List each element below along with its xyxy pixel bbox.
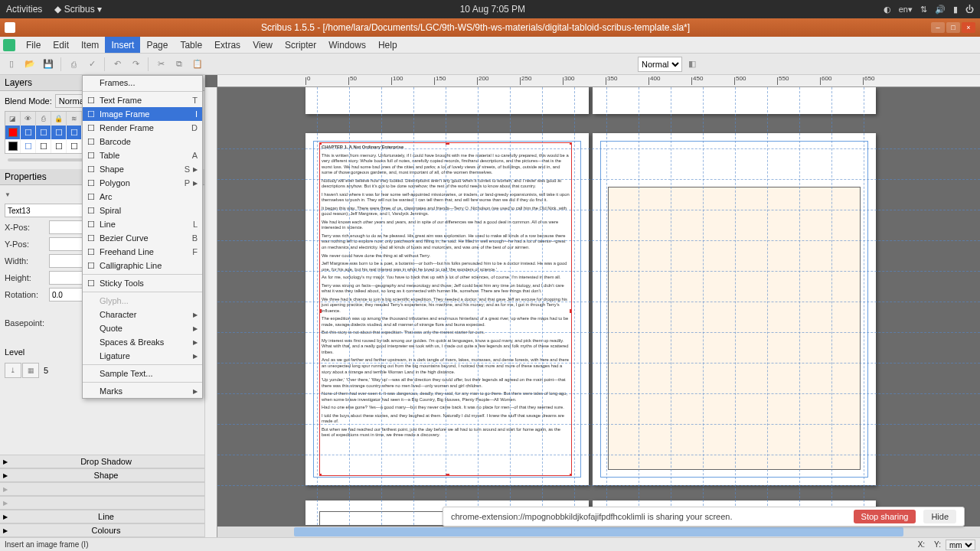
page-prev-left[interactable] [305, 87, 589, 114]
menu-file[interactable]: File [20, 37, 47, 53]
tool-preflight[interactable]: ✓ [83, 56, 100, 73]
menu-item[interactable]: Item [75, 37, 105, 53]
maximize-button[interactable]: □ [946, 22, 960, 33]
status-y-label: Y: [934, 540, 941, 549]
section-drop-shadow[interactable]: ▶Drop Shadow [0, 455, 204, 468]
xpos-label: X-Pos: [5, 223, 46, 232]
menu-freehand[interactable]: ☐Freehand LineF [83, 245, 202, 259]
window-title: Scribus 1.5.5 - [/home/lara/Documents/LG… [20, 22, 931, 33]
accessibility-icon[interactable]: ◐ [884, 5, 891, 15]
menu-extras[interactable]: Extras [208, 37, 247, 53]
section-colours[interactable]: ▶Colours [0, 523, 204, 537]
menu-bezier[interactable]: ☐Bezier CurveB [83, 231, 202, 245]
menu-calligraphic[interactable]: ☐Calligraphic Line [83, 259, 202, 272]
page-left[interactable]: CHAPTER 1. A Not Ordinary EnterpriseThis… [305, 133, 589, 485]
menu-barcode[interactable]: ☐Barcode [83, 135, 202, 148]
col-print: ⎙ [36, 112, 51, 126]
tool-open[interactable]: 📂 [21, 56, 38, 73]
empty-frame[interactable] [608, 187, 861, 470]
col-flow: ≋ [67, 112, 82, 126]
menu-view[interactable]: View [247, 37, 279, 53]
menu-scripter[interactable]: Scripter [279, 37, 322, 53]
status-x-label: X: [918, 540, 925, 549]
tool-cut[interactable]: ✂ [152, 56, 169, 73]
menu-help[interactable]: Help [372, 37, 403, 53]
menu-text-frame[interactable]: ☐Text FrameT [83, 93, 202, 107]
menu-frames[interactable]: Frames... [83, 76, 202, 90]
status-hint: Insert an image frame (I) [5, 540, 88, 549]
canvas-area[interactable]: 050100150200250300350400450500550600650 … [205, 75, 980, 537]
tool-redo[interactable]: ↷ [127, 56, 144, 73]
menu-ligature[interactable]: Ligature▶ [83, 349, 202, 363]
screen-share-banner: chrome-extension://mpognobbkildjkofajifp… [443, 507, 965, 527]
unit-select[interactable]: mm [946, 540, 975, 550]
app-icon [5, 22, 15, 33]
menu-quote[interactable]: Quote▶ [83, 321, 202, 335]
menu-sticky-tools[interactable]: ☐Sticky Tools [83, 276, 202, 290]
menu-page[interactable]: Page [140, 37, 174, 53]
scribus-icon [3, 39, 15, 51]
menu-character[interactable]: Character▶ [83, 308, 202, 321]
language-indicator[interactable]: en▾ [899, 5, 913, 15]
menu-image-frame[interactable]: ☐Image FrameI [83, 107, 202, 121]
scrollbar-horizontal[interactable] [217, 527, 980, 537]
power-icon[interactable]: ⏻ [965, 5, 974, 14]
window-titlebar: Scribus 1.5.5 - [/home/lara/Documents/LG… [0, 18, 980, 37]
col-visible: 👁 [21, 112, 36, 126]
level-value: 5 [44, 366, 48, 375]
network-icon[interactable]: ⇅ [920, 5, 927, 15]
menu-edit[interactable]: Edit [47, 37, 75, 53]
tool-color-mgmt[interactable]: ◧ [684, 56, 701, 73]
activities-button[interactable]: Activities [6, 4, 42, 15]
width-label: Width: [5, 256, 46, 266]
rotation-label: Rotation: [5, 290, 46, 299]
height-label: Height: [5, 273, 46, 282]
tool-new[interactable]: ▯ [3, 56, 20, 73]
stop-sharing-button[interactable]: Stop sharing [854, 510, 916, 523]
main-toolbar: ▯ 📂 💾 ⎙ ✓ ↶ ↷ ✂ ⧉ 📋 Normal ◧ [0, 54, 980, 75]
page-prev-right[interactable] [593, 87, 876, 114]
menu-spiral[interactable]: ☐Spiral [83, 204, 202, 217]
level-bottom[interactable]: ⤓ [5, 363, 21, 378]
section-shape[interactable]: ▶Shape [0, 468, 204, 482]
section-line[interactable]: ▶Line [0, 510, 204, 523]
menu-shape[interactable]: ☐ShapeS▶ [83, 162, 202, 176]
tool-paste[interactable]: 📋 [189, 56, 206, 73]
section-disabled2: ▶ [0, 496, 204, 510]
section-disabled1: ▶ [0, 482, 204, 496]
menu-spaces[interactable]: Spaces & Breaks▶ [83, 335, 202, 349]
page-right[interactable] [593, 133, 876, 485]
volume-icon[interactable]: 🔊 [935, 5, 946, 15]
ypos-label: Y-Pos: [5, 240, 46, 249]
clock[interactable]: 10 Aug 7:05 PM [102, 4, 884, 15]
status-bar: Insert an image frame (I) X: Y: mm [0, 537, 980, 551]
menu-table[interactable]: Table [174, 37, 208, 53]
banner-message: chrome-extension://mpognobbkildjkofajifp… [451, 512, 846, 521]
battery-icon[interactable]: ▮ [953, 5, 958, 15]
menu-polygon[interactable]: ☐PolygonP▶ [83, 176, 202, 190]
tool-undo[interactable]: ↶ [109, 56, 126, 73]
menu-table[interactable]: ☐TableA [83, 148, 202, 162]
menu-marks[interactable]: Marks▶ [83, 384, 202, 398]
col-lock: 🔒 [51, 112, 67, 126]
hide-banner-button[interactable]: Hide [923, 510, 956, 523]
ruler-horizontal: 050100150200250300350400450500550600650 [217, 75, 980, 87]
level-group[interactable]: ▦ [22, 363, 39, 378]
menu-bar: File Edit Item Insert Page Table Extras … [0, 37, 980, 54]
menu-line[interactable]: ☐LineL [83, 217, 202, 231]
menu-render-frame[interactable]: ☐Render FrameD [83, 121, 202, 135]
display-mode-select[interactable]: Normal [638, 57, 682, 72]
menu-arc[interactable]: ☐Arc [83, 190, 202, 204]
menu-insert[interactable]: Insert [105, 37, 140, 53]
tool-copy[interactable]: ⧉ [171, 56, 188, 73]
menu-windows[interactable]: Windows [322, 37, 372, 53]
app-menu[interactable]: ◆ Scribus ▾ [54, 4, 102, 15]
blend-label: Blend Mode: [5, 96, 52, 106]
tool-print[interactable]: ⎙ [65, 56, 82, 73]
minimize-button[interactable]: – [931, 22, 945, 33]
tool-save[interactable]: 💾 [40, 56, 57, 73]
insert-menu-dropdown: Frames... ☐Text FrameT ☐Image FrameI ☐Re… [82, 75, 203, 399]
close-button[interactable]: × [962, 22, 975, 33]
basepoint-label: Basepoint: [5, 318, 46, 328]
menu-sample-text[interactable]: Sample Text... [83, 367, 202, 380]
